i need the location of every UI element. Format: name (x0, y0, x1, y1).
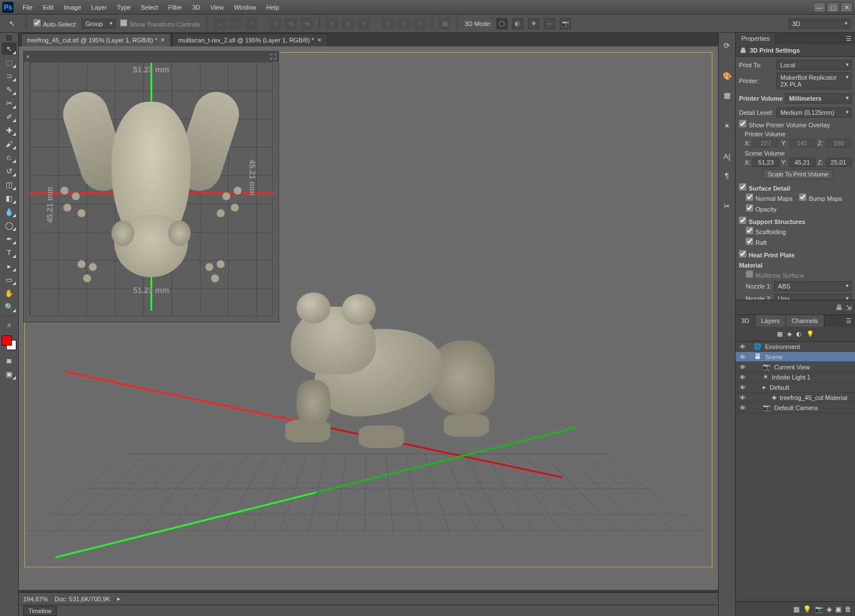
align-hcenter-icon[interactable]: ⫤ (285, 18, 297, 29)
scene-item[interactable]: 👁📷Default Camera (736, 403, 855, 413)
close-icon[interactable]: × (161, 36, 165, 44)
align-left-icon[interactable]: ⫣ (269, 18, 281, 29)
menu-image[interactable]: Image (59, 2, 86, 13)
trash-icon[interactable]: 🗑 (845, 605, 852, 613)
auto-select-dropdown[interactable]: Group (81, 19, 115, 29)
support-structures-checkbox[interactable]: Support Structures (739, 217, 805, 225)
export-icon[interactable]: ⇲ (846, 304, 852, 312)
doc-size-readout[interactable]: Doc: 531,6K/700,9K (54, 596, 110, 602)
scene-vol-y[interactable] (789, 158, 815, 167)
3d-model-frog[interactable] (268, 267, 506, 448)
show-transform-checkbox[interactable]: Show Transform Controls (120, 19, 200, 28)
nozzle2-dropdown[interactable]: Unu… (774, 294, 852, 300)
filter-material-icon[interactable]: ◐ (796, 330, 802, 338)
workspace-dropdown[interactable]: 3D (788, 19, 850, 29)
doc-tab-2[interactable]: multiscan_t-rex_2.stl @ 195% (Layer 1, R… (172, 33, 328, 46)
panel-menu-icon[interactable]: ☰ (843, 315, 855, 327)
canvas-viewport[interactable]: × ⛶ 51.23 mm 51.23 mm 45.21 mm 45.21 mm (19, 46, 718, 590)
menu-select[interactable]: Select (136, 2, 163, 13)
filter-mesh-icon[interactable]: ◈ (787, 330, 792, 338)
crop-tool[interactable]: ✂ (2, 97, 16, 109)
dist-right-icon[interactable]: ⦀ (414, 18, 425, 29)
align-bottom-icon[interactable]: ⫟ (246, 18, 257, 29)
pen-tool[interactable]: ✒ (2, 232, 16, 245)
visibility-icon[interactable]: 👁 (738, 404, 747, 411)
tab-channels[interactable]: Channels (786, 315, 824, 327)
unit-dropdown[interactable]: Millimeters (785, 93, 852, 104)
tab-3d[interactable]: 3D (736, 315, 755, 327)
quickmask-tool[interactable]: ◙ (2, 354, 16, 367)
visibility-icon[interactable]: 👁 (738, 374, 747, 381)
doc-tab-1[interactable]: treefrog_45_cut.stl @ 195% (Layer 1, RGB… (21, 33, 171, 46)
swap-colors-icon[interactable]: ⤭ (2, 319, 16, 331)
blur-tool[interactable]: 💧 (2, 205, 16, 218)
show-overlay-checkbox[interactable]: Show Printer Volume Overlay (739, 120, 830, 128)
lasso-tool[interactable]: ⊃ (2, 70, 16, 82)
brush-tool[interactable]: 🖌 (2, 137, 16, 150)
3d-slide-icon[interactable]: ↔ (544, 18, 555, 29)
shape-tool[interactable]: ▭ (2, 273, 16, 286)
new-light-icon[interactable]: 💡 (803, 605, 811, 613)
history-panel-icon[interactable]: ⟳ (720, 38, 734, 53)
raft-checkbox[interactable]: Raft (746, 238, 767, 246)
zoom-readout[interactable]: 194,87% (23, 596, 48, 602)
scene-item[interactable]: 👁▸Default (736, 382, 855, 393)
3d-zoom-icon[interactable]: 📷 (560, 18, 571, 29)
align-right-icon[interactable]: ⫥ (301, 18, 312, 29)
surface-detail-checkbox[interactable]: Surface Detail (739, 183, 790, 192)
dodge-tool[interactable]: ◯ (2, 219, 16, 231)
nozzle1-dropdown[interactable]: ABS (774, 281, 852, 291)
dist-hcenter-icon[interactable]: ⦀ (398, 18, 409, 29)
align-vcenter-icon[interactable]: ⫞ (230, 18, 241, 29)
scene-item[interactable]: 👁📷Current View (736, 362, 855, 372)
visibility-icon[interactable]: 👁 (738, 384, 747, 391)
paragraph-panel-icon[interactable]: ¶ (720, 168, 734, 183)
adjustments-panel-icon[interactable]: ☀ (720, 118, 734, 133)
menu-view[interactable]: View (206, 2, 229, 13)
color-panel-icon[interactable]: 🎨 (720, 68, 734, 83)
screenmode-tool[interactable]: ▣ (2, 368, 16, 380)
scene-vol-z[interactable] (826, 158, 852, 167)
scene-item[interactable]: 👁📇Scene (736, 352, 855, 362)
menu-edit[interactable]: Edit (38, 2, 58, 13)
clone-stamp-tool[interactable]: ⎌ (2, 151, 16, 163)
scale-to-volume-button[interactable]: Scale To Print Volume (763, 169, 833, 179)
secondary-view-window[interactable]: × ⛶ 51.23 mm 51.23 mm 45.21 mm 45.21 mm (23, 51, 279, 322)
menu-type[interactable]: Type (113, 2, 135, 13)
color-swatches[interactable] (2, 335, 16, 350)
menu-window[interactable]: Window (229, 2, 260, 13)
path-select-tool[interactable]: ▸ (2, 260, 16, 272)
healing-tool[interactable]: ✚ (2, 124, 16, 136)
print-to-dropdown[interactable]: Local (776, 60, 852, 70)
timeline-toggle[interactable]: Timeline (23, 606, 57, 616)
statusbar-flyout-icon[interactable]: ▸ (117, 595, 121, 602)
quick-select-tool[interactable]: ✎ (2, 83, 16, 96)
properties-tab[interactable]: Properties (736, 33, 776, 45)
type-tool[interactable]: T (2, 246, 16, 259)
print-icon[interactable]: 🖶 (836, 304, 843, 312)
render-icon[interactable]: ▦ (793, 605, 800, 613)
3d-roll-icon[interactable]: ◐ (512, 18, 523, 29)
tool-presets-icon[interactable]: ✂ (720, 199, 734, 213)
3d-orbit-icon[interactable]: ◯ (496, 18, 508, 29)
opacity-checkbox[interactable]: Opacity (746, 204, 776, 213)
visibility-icon[interactable]: 👁 (738, 394, 747, 401)
tab-layers[interactable]: Layers (755, 315, 786, 327)
panel-menu-icon[interactable]: ☰ (843, 33, 855, 45)
eyedropper-tool[interactable]: ✐ (2, 110, 16, 123)
marquee-tool[interactable]: ⬚ (2, 56, 16, 68)
swatches-panel-icon[interactable]: ▦ (720, 88, 734, 102)
filter-scene-icon[interactable]: ▦ (777, 330, 783, 338)
scene-item[interactable]: 👁☀Infinite Light 1 (736, 372, 855, 382)
maximize-button[interactable]: ▢ (827, 2, 839, 12)
3d-pan-icon[interactable]: ✥ (528, 18, 539, 29)
visibility-icon[interactable]: 👁 (738, 364, 747, 371)
expand-icon[interactable]: ⛶ (270, 53, 276, 60)
dist-top-icon[interactable]: ≡ (326, 18, 338, 29)
auto-align-icon[interactable]: ▦ (439, 18, 450, 29)
dist-left-icon[interactable]: ⦀ (382, 18, 393, 29)
scene-item[interactable]: 👁◈treefrog_45_cut Material (736, 393, 855, 403)
bump-maps-checkbox[interactable]: Bump Maps (799, 193, 842, 202)
filter-light-icon[interactable]: 💡 (806, 330, 814, 338)
normal-maps-checkbox[interactable]: Normal Maps (746, 193, 792, 202)
